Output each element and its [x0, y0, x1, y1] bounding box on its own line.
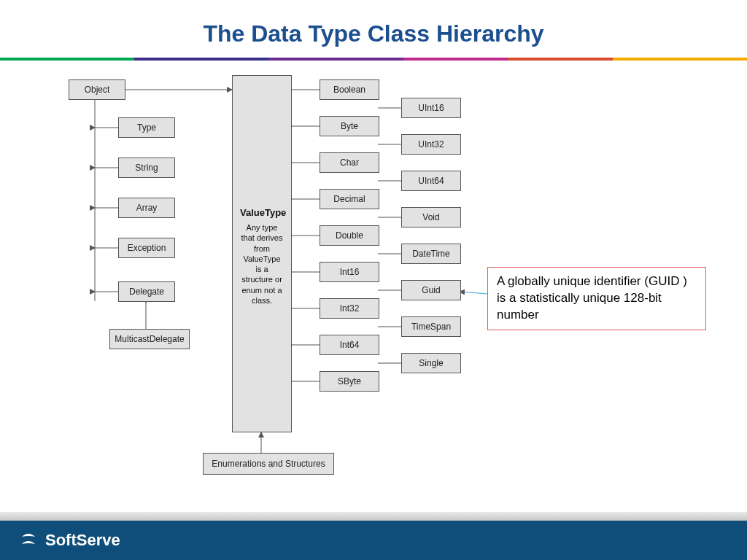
node-void: Void — [401, 207, 461, 228]
node-timespan: TimeSpan — [401, 316, 461, 337]
valuetype-title: ValueType — [240, 207, 284, 218]
node-datetime: DateTime — [401, 244, 461, 264]
node-int64: Int64 — [320, 335, 379, 355]
node-int32: Int32 — [320, 298, 379, 319]
node-decimal: Decimal — [320, 189, 379, 209]
node-string: String — [118, 158, 175, 178]
page-title: The Data Type Class Hierarchy — [0, 20, 747, 47]
diagram-canvas: Object Type String Array Exception Deleg… — [0, 61, 747, 498]
node-exception: Exception — [118, 238, 175, 258]
svg-line-26 — [460, 292, 487, 294]
node-double: Double — [320, 225, 379, 246]
node-enum-struct: Enumerations and Structures — [203, 453, 334, 475]
node-char: Char — [320, 152, 379, 173]
node-uint16: UInt16 — [401, 98, 461, 118]
footer-bar: SoftServe — [0, 521, 747, 560]
node-array: Array — [118, 198, 175, 218]
callout-guid: A globally unique identifier (GUID ) is … — [487, 267, 706, 330]
brand-name: SoftServe — [45, 531, 120, 550]
valuetype-desc: Any type that derives from ValueType is … — [240, 222, 284, 306]
footer-divider — [0, 512, 747, 521]
node-byte: Byte — [320, 116, 379, 136]
node-uint64: UInt64 — [401, 171, 461, 191]
node-delegate: Delegate — [118, 281, 175, 302]
node-guid: Guid — [401, 280, 461, 300]
node-multicast-delegate: MulticastDelegate — [109, 329, 190, 349]
node-object: Object — [69, 79, 125, 100]
node-int16: Int16 — [320, 262, 379, 282]
node-single: Single — [401, 353, 461, 373]
node-valuetype: ValueType Any type that derives from Val… — [232, 75, 292, 432]
node-sbyte: SByte — [320, 371, 379, 392]
node-type: Type — [118, 117, 175, 138]
node-boolean: Boolean — [320, 79, 379, 100]
node-uint32: UInt32 — [401, 134, 461, 155]
brand-logo-icon — [18, 529, 39, 551]
